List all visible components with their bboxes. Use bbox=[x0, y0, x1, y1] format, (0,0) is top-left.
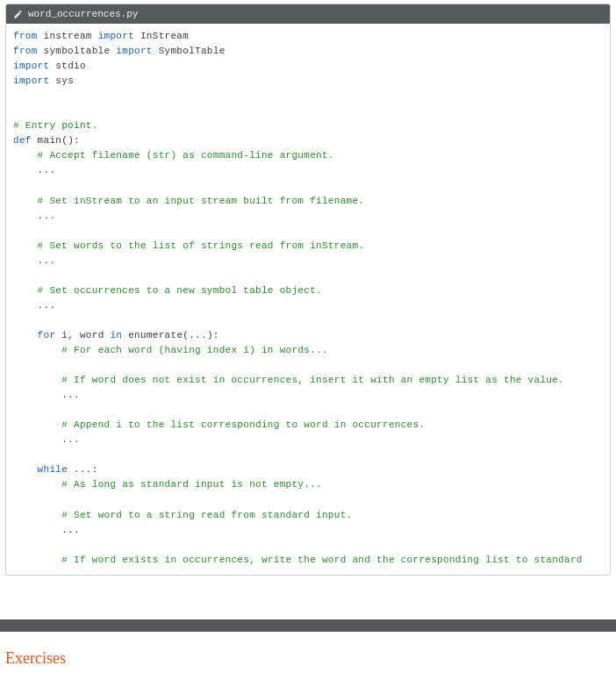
code-line: # Set word to a string read from standar… bbox=[13, 508, 603, 523]
page-gap bbox=[0, 584, 616, 619]
code-token: # For each word (having index i) in word… bbox=[61, 345, 328, 355]
code-token: for bbox=[38, 330, 56, 340]
page-header-band bbox=[0, 619, 616, 632]
code-token: sys bbox=[49, 75, 74, 86]
code-line bbox=[13, 358, 603, 373]
code-token: SymbolTable bbox=[153, 46, 226, 56]
code-line bbox=[13, 89, 603, 104]
code-line: # If word does not exist in occurrences,… bbox=[13, 373, 603, 388]
code-token: i, word bbox=[55, 330, 110, 340]
code-token: ... bbox=[13, 165, 55, 175]
code-line bbox=[13, 538, 603, 553]
code-token: while bbox=[38, 464, 68, 475]
code-line: ... bbox=[13, 388, 603, 403]
code-token: from bbox=[13, 31, 38, 41]
code-token: (...): bbox=[183, 330, 218, 340]
code-line bbox=[13, 104, 603, 118]
code-token bbox=[13, 555, 61, 565]
code-line bbox=[13, 224, 603, 239]
code-token: stdio bbox=[49, 61, 85, 71]
code-token bbox=[13, 464, 38, 475]
code-line: # Append i to the list corresponding to … bbox=[13, 418, 603, 433]
code-token: # Set occurrences to a new symbol table … bbox=[38, 285, 322, 296]
section-heading-exercises: Exercises bbox=[0, 649, 616, 673]
code-line: while ...: bbox=[13, 462, 603, 477]
code-line: # Entry point. bbox=[13, 118, 603, 133]
code-box-1-body: from instream import InStreamfrom symbol… bbox=[6, 24, 610, 575]
code-line: # Set occurrences to a new symbol table … bbox=[13, 283, 603, 298]
code-token bbox=[13, 419, 61, 430]
code-line bbox=[13, 268, 603, 283]
code-line: ... bbox=[13, 523, 603, 538]
code-line bbox=[13, 178, 603, 193]
code-token: # Append i to the list corresponding to … bbox=[61, 419, 425, 430]
code-token bbox=[13, 196, 38, 206]
code-line: ... bbox=[13, 254, 603, 268]
code-token: ... bbox=[13, 300, 55, 311]
code-line bbox=[13, 313, 603, 328]
code-token: # If word exists in occurrences, write t… bbox=[61, 555, 583, 565]
code-token: InStream bbox=[134, 31, 189, 41]
code-token: # Set inStream to an input stream built … bbox=[38, 196, 365, 206]
code-token: # Set words to the list of strings read … bbox=[38, 240, 365, 251]
code-token: instream bbox=[38, 31, 98, 41]
code-line: import sys bbox=[13, 74, 603, 89]
code-token bbox=[13, 150, 38, 161]
code-line: # For each word (having index i) in word… bbox=[13, 343, 603, 358]
code-line: # Accept filename (str) as command-line … bbox=[13, 148, 603, 163]
code-line bbox=[13, 447, 603, 462]
code-token: ... bbox=[13, 390, 80, 400]
code-line: # Set inStream to an input stream built … bbox=[13, 194, 603, 209]
code-token: ... bbox=[13, 434, 80, 445]
code-line: ... bbox=[13, 209, 603, 224]
code-line: from instream import InStream bbox=[13, 29, 603, 44]
code-token: ...: bbox=[68, 464, 98, 475]
code-token: import bbox=[13, 61, 49, 71]
code-line: ... bbox=[13, 163, 603, 178]
code-token: # Entry point. bbox=[13, 120, 98, 131]
page-root: word_occurrences.py from instream import… bbox=[0, 4, 616, 673]
code-line: from symboltable import SymbolTable bbox=[13, 44, 603, 59]
code-token bbox=[13, 479, 61, 490]
code-line bbox=[13, 403, 603, 418]
code-token: # Set word to a string read from standar… bbox=[61, 510, 352, 520]
code-line: # Set words to the list of strings read … bbox=[13, 239, 603, 254]
code-token: ... bbox=[13, 525, 80, 535]
code-token bbox=[13, 285, 38, 296]
code-token: from bbox=[13, 46, 38, 56]
code-line: ... bbox=[13, 433, 603, 447]
edit-icon bbox=[13, 10, 23, 19]
code-line: for i, word in enumerate(...): bbox=[13, 328, 603, 343]
code-token: symboltable bbox=[38, 46, 117, 56]
code-token: def bbox=[13, 135, 32, 146]
code-token: enumerate bbox=[128, 330, 183, 340]
code-line: # If word exists in occurrences, write t… bbox=[13, 553, 603, 568]
code-token bbox=[13, 375, 61, 385]
code-box-1-filename: word_occurrences.py bbox=[28, 9, 138, 19]
code-token: import bbox=[116, 46, 152, 56]
code-line: # As long as standard input is not empty… bbox=[13, 477, 603, 492]
code-token bbox=[13, 345, 61, 355]
code-token: in bbox=[110, 330, 122, 340]
code-token: # If word does not exist in occurrences,… bbox=[61, 375, 564, 385]
code-line: ... bbox=[13, 298, 603, 313]
code-token: main(): bbox=[32, 135, 80, 146]
code-token: ... bbox=[13, 211, 55, 221]
code-token bbox=[13, 330, 38, 340]
code-line bbox=[13, 492, 603, 507]
code-token: # As long as standard input is not empty… bbox=[61, 479, 322, 490]
code-token: import bbox=[98, 31, 134, 41]
code-token: ... bbox=[13, 255, 55, 266]
code-token bbox=[13, 510, 61, 520]
code-token: # Accept filename (str) as command-line … bbox=[38, 150, 334, 161]
code-box-1-titlebar: word_occurrences.py bbox=[6, 4, 610, 24]
code-line: def main(): bbox=[13, 133, 603, 148]
code-token bbox=[13, 240, 38, 251]
code-line: import stdio bbox=[13, 59, 603, 74]
code-box-1: word_occurrences.py from instream import… bbox=[5, 4, 611, 576]
code-token: import bbox=[13, 75, 49, 86]
